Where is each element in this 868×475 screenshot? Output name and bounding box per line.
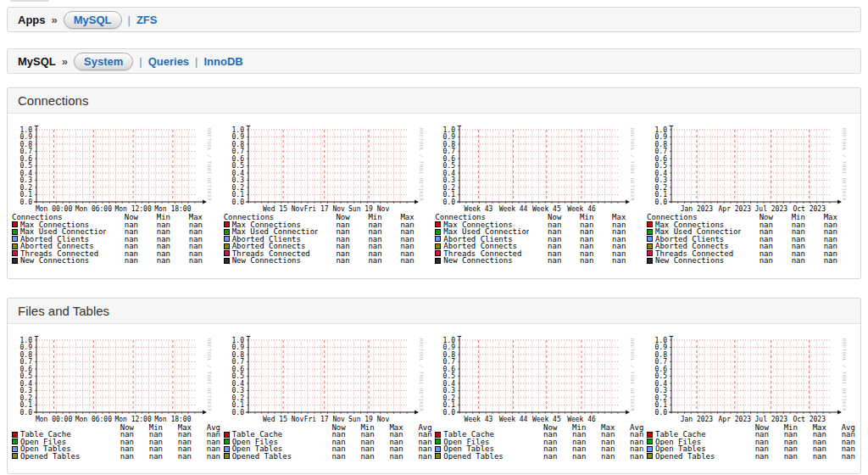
series-label: Open Files: [443, 439, 489, 446]
section-title: Files and Tables: [18, 304, 109, 318]
legend-value-avg: nan: [826, 453, 855, 461]
series-swatch: [647, 446, 653, 452]
legend-value-max: nan: [375, 453, 403, 461]
series-label: New Connections: [655, 257, 724, 265]
rrd-graph-year[interactable]: 1.00.90.80.70.60.50.40.30.20.10.0Jan 202…: [647, 336, 856, 423]
section-body-connections: 1.00.90.80.70.60.50.40.30.20.10.0Mon 00:…: [8, 114, 860, 278]
svg-text:Fri 17 Nov: Fri 17 Nov: [303, 205, 344, 213]
legend-series-name: Threads Connected: [435, 250, 529, 258]
rrdtool-watermark: RRDTOOL / TOBI OETIKER: [842, 128, 847, 201]
svg-text:0.0: 0.0: [231, 198, 244, 206]
rrd-graph-year[interactable]: 1.00.90.80.70.60.50.40.30.20.10.0Jan 202…: [647, 126, 856, 213]
rrd-graph-week[interactable]: 1.00.90.80.70.60.50.40.30.20.10.0Wed 15 …: [224, 336, 433, 423]
graph-legend: ConnectionsNowMinMaxMax Connectionsnanna…: [435, 214, 644, 265]
rrdtool-watermark: RRDTOOL / TOBI OETIKER: [419, 128, 424, 201]
legend-value-max: nan: [798, 453, 826, 461]
svg-text:0.0: 0.0: [443, 198, 456, 206]
rrd-graph-day[interactable]: 1.00.90.80.70.60.50.40.30.20.10.0Mon 00:…: [12, 336, 221, 423]
series-label: Open Tables: [655, 445, 706, 453]
rrd-graph-week[interactable]: 1.00.90.80.70.60.50.40.30.20.10.0Wed 15 …: [224, 126, 433, 213]
series-label: Threads Connected: [20, 250, 98, 258]
series-label: Opened Tables: [655, 453, 715, 461]
series-swatch: [435, 236, 441, 242]
legend-value-max: nan: [382, 257, 415, 265]
series-swatch: [435, 243, 441, 249]
section-files-and-tables: Files and Tables1.00.90.80.70.60.50.40.3…: [7, 298, 861, 475]
graph-legend: NowMinMaxAvgTable CachenannannannanOpen …: [12, 424, 221, 461]
rrd-graph-month[interactable]: 1.00.90.80.70.60.50.40.30.20.10.0Week 43…: [435, 126, 644, 213]
series-swatch: [12, 250, 18, 256]
svg-text:Wed 15 Nov: Wed 15 Nov: [263, 415, 303, 422]
series-label: Aborted Connects: [655, 243, 729, 250]
legend-series-name: Aborted Connects: [435, 243, 529, 250]
nav-link-innodb[interactable]: InnoDB: [203, 55, 242, 68]
legend-series-name: Threads Connected: [224, 250, 318, 258]
rrdtool-watermark: RRDTOOL / TOBI OETIKER: [630, 338, 635, 411]
legend-value-now: nan: [529, 257, 561, 265]
svg-text:Jul 2023: Jul 2023: [755, 205, 788, 213]
breadcrumb-root-mysql: MySQL: [18, 55, 56, 68]
series-label: Aborted Clients: [232, 236, 301, 243]
graph-block-day: 1.00.90.80.70.60.50.40.30.20.10.0Mon 00:…: [12, 126, 221, 265]
series-label: Open Tables: [232, 445, 283, 453]
series-label: Table Cache: [232, 431, 283, 439]
legend-value-min: nan: [134, 453, 163, 461]
series-swatch: [435, 453, 441, 459]
series-label: Open Files: [20, 439, 66, 446]
nav-link-zfs[interactable]: ZFS: [136, 14, 158, 26]
legend-series-name: Open Files: [647, 439, 740, 446]
rrd-graph-month[interactable]: 1.00.90.80.70.60.50.40.30.20.10.0Week 43…: [435, 336, 644, 423]
series-label: Max Used Connections: [443, 228, 529, 236]
series-swatch: [12, 236, 18, 242]
legend-series-row: New Connectionsnannannan: [224, 257, 433, 265]
legend-series-name: Max Used Connections: [12, 228, 106, 236]
series-label: Opened Tables: [443, 453, 503, 461]
svg-text:Week 44: Week 44: [499, 415, 528, 422]
svg-text:Oct 2023: Oct 2023: [793, 205, 826, 213]
series-swatch: [12, 446, 18, 452]
svg-text:Jan 2023: Jan 2023: [681, 415, 714, 422]
section-header-connections: Connections: [8, 88, 860, 114]
rrd-graph-day[interactable]: 1.00.90.80.70.60.50.40.30.20.10.0Mon 00:…: [12, 126, 221, 213]
section-title: Connections: [18, 93, 88, 108]
series-swatch: [224, 439, 230, 444]
legend-value-now: nan: [318, 257, 350, 265]
mysql-breadcrumb-bar: MySQL » System | Queries | InnoDB: [7, 48, 861, 74]
series-swatch: [647, 453, 653, 459]
legend-series-row: New Connectionsnannannan: [435, 257, 644, 265]
legend-series-name: Max Connections: [435, 221, 529, 229]
legend-series-name: Max Connections: [224, 221, 318, 229]
rrdtool-watermark: RRDTOOL / TOBI OETIKER: [630, 128, 635, 201]
graph-block-year: 1.00.90.80.70.60.50.40.30.20.10.0Jan 202…: [647, 126, 856, 265]
series-label: Max Used Connections: [20, 228, 106, 236]
legend-value-now: nan: [106, 257, 138, 265]
series-label: Max Connections: [443, 221, 512, 229]
legend-series-name: Opened Tables: [224, 453, 317, 461]
legend-value-min: nan: [350, 257, 382, 265]
svg-text:Oct 2023: Oct 2023: [793, 415, 826, 422]
series-label: Table Cache: [20, 431, 71, 439]
graph-block-month: 1.00.90.80.70.60.50.40.30.20.10.0Week 43…: [435, 336, 644, 461]
nav-pill-system[interactable]: System: [74, 53, 133, 70]
legend-series-name: Aborted Clients: [224, 236, 318, 243]
svg-text:Apr 2023: Apr 2023: [719, 415, 752, 422]
series-swatch: [224, 229, 230, 235]
nav-link-queries[interactable]: Queries: [148, 55, 189, 68]
graph-legend: ConnectionsNowMinMaxMax Connectionsnanna…: [647, 214, 856, 265]
svg-text:Mon 18:00: Mon 18:00: [154, 205, 192, 213]
legend-series-name: Threads Connected: [12, 250, 106, 258]
series-label: Max Used Connections: [655, 228, 741, 236]
legend-series-name: Open Tables: [647, 445, 740, 453]
legend-series-name: Aborted Clients: [647, 236, 741, 243]
svg-text:Jul 2023: Jul 2023: [755, 415, 788, 422]
graph-row-connections: 1.00.90.80.70.60.50.40.30.20.10.0Mon 00:…: [8, 126, 860, 265]
graph-legend: ConnectionsNowMinMaxMax Connectionsnanna…: [224, 214, 433, 265]
legend-series-name: Aborted Connects: [12, 243, 106, 250]
legend-series-name: Open Tables: [435, 445, 528, 453]
nav-pill-mysql[interactable]: MySQL: [64, 11, 122, 29]
svg-text:Mon 18:00: Mon 18:00: [154, 415, 192, 422]
svg-text:Week 43: Week 43: [465, 205, 493, 213]
svg-text:Wed 15 Nov: Wed 15 Nov: [263, 205, 303, 213]
series-label: Open Files: [232, 439, 278, 446]
series-label: New Connections: [443, 257, 512, 265]
